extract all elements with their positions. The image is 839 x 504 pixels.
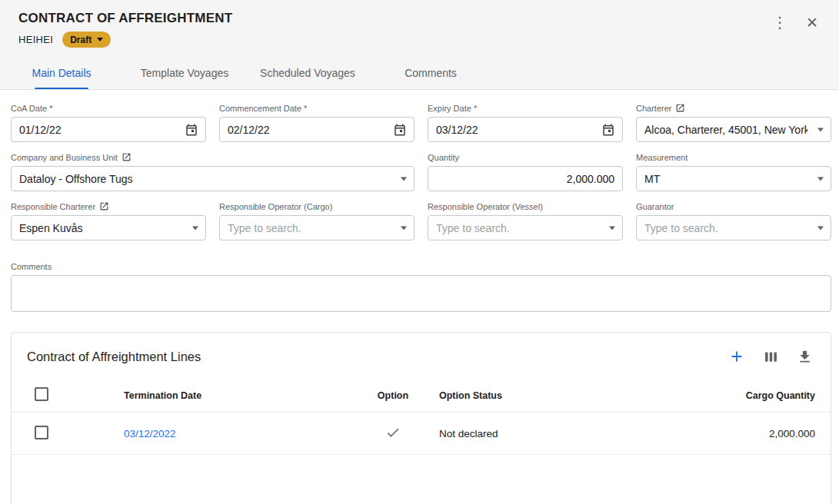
measurement-field-group: Measurement (636, 152, 831, 191)
plus-icon (728, 348, 745, 365)
coa-lines-title: Contract of Affreightment Lines (27, 350, 201, 364)
tab-comments[interactable]: Comments (369, 57, 492, 89)
responsible-operator-vessel-input[interactable] (428, 216, 622, 240)
responsible-charterer-field-group: Responsible Charterer (11, 201, 206, 240)
col-header-option-status: Option Status (439, 390, 670, 401)
guarantor-field-group: Guarantor (636, 201, 831, 240)
chevron-down-icon[interactable] (817, 226, 824, 230)
chevron-down-icon[interactable] (817, 128, 824, 131)
page-title: CONTRACT OF AFFREIGHTMENT (18, 11, 821, 26)
lines-table-header: Termination Date Option Option Status Ca… (12, 379, 831, 413)
close-button[interactable]: ✕ (802, 12, 822, 32)
status-badge[interactable]: Draft (62, 32, 111, 48)
download-icon (797, 349, 813, 365)
col-header-option: Option (347, 390, 439, 401)
add-line-button[interactable] (727, 347, 746, 366)
charterer-select[interactable] (637, 118, 831, 141)
cargo-quantity-cell: 2,000.000 (670, 428, 815, 439)
main-details-form: CoA Date * Commencement Date * (0, 90, 839, 312)
quantity-field-group: Quantity (428, 152, 623, 191)
quantity-label: Quantity (428, 152, 623, 162)
commencement-date-label: Commencement Date * (219, 103, 415, 113)
calendar-icon[interactable] (393, 123, 407, 137)
col-header-cargo-quantity: Cargo Quantity (670, 390, 815, 401)
comments-field-group: Comments (11, 261, 831, 312)
external-link-icon[interactable] (122, 152, 132, 162)
responsible-operator-cargo-label: Responsible Operator (Cargo) (219, 201, 415, 211)
responsible-operator-cargo-field-group: Responsible Operator (Cargo) (219, 201, 415, 240)
chevron-down-icon[interactable] (609, 226, 615, 230)
tab-label: Main Details (32, 67, 91, 79)
column-settings-button[interactable] (761, 347, 780, 366)
check-icon (385, 425, 401, 440)
guarantor-input[interactable] (637, 216, 831, 240)
responsible-operator-cargo-input[interactable] (220, 216, 414, 240)
kebab-menu-icon: ⋮ (772, 15, 787, 30)
status-badge-label: Draft (70, 35, 92, 45)
company-business-unit-select[interactable] (12, 167, 414, 191)
coa-date-label: CoA Date * (11, 103, 206, 113)
expiry-date-label: Expiry Date * (428, 103, 623, 113)
external-link-icon[interactable] (99, 201, 109, 211)
col-header-termination-date: Termination Date (124, 390, 347, 401)
guarantor-label: Guarantor (636, 201, 831, 211)
chevron-down-icon[interactable] (192, 226, 198, 230)
coa-date-input[interactable] (12, 118, 205, 141)
chevron-down-icon[interactable] (401, 177, 407, 181)
tab-bar: Main Details Template Voyages Scheduled … (0, 57, 839, 89)
contract-name: HEIHEI (18, 34, 53, 45)
more-options-button[interactable]: ⋮ (770, 12, 790, 32)
chevron-down-icon[interactable] (401, 226, 407, 230)
tab-label: Template Voyages (141, 67, 228, 79)
row-checkbox[interactable] (35, 426, 48, 439)
company-business-unit-label: Company and Business Unit (11, 152, 415, 162)
tab-label: Comments (405, 67, 457, 79)
responsible-charterer-select[interactable] (12, 216, 205, 240)
columns-icon (763, 349, 779, 365)
responsible-operator-vessel-label: Responsible Operator (Vessel) (428, 201, 623, 211)
calendar-icon[interactable] (601, 123, 615, 137)
calendar-icon[interactable] (185, 123, 198, 137)
commencement-date-input[interactable] (220, 118, 414, 141)
coa-date-field-group: CoA Date * (11, 103, 206, 142)
contract-of-affreightment-window: CONTRACT OF AFFREIGHTMENT HEIHEI Draft ⋮… (0, 0, 839, 504)
tab-scheduled-voyages[interactable]: Scheduled Voyages (246, 57, 369, 89)
charterer-label: Charterer (636, 103, 831, 113)
option-status-cell: Not declared (439, 428, 670, 439)
commencement-date-field-group: Commencement Date * (219, 103, 415, 142)
select-all-checkbox[interactable] (35, 387, 48, 401)
comments-textarea[interactable] (11, 275, 831, 312)
coa-lines-card: Contract of Affreightment Lines (11, 332, 831, 504)
chevron-down-icon[interactable] (817, 177, 824, 181)
measurement-select[interactable] (637, 167, 831, 191)
table-row: 03/12/2022 Not declared 2,000.000 (12, 413, 831, 455)
termination-date-link[interactable]: 03/12/2022 (124, 428, 176, 439)
tab-main-details[interactable]: Main Details (0, 57, 123, 89)
external-link-icon[interactable] (675, 103, 685, 113)
charterer-field-group: Charterer (636, 103, 831, 142)
measurement-label: Measurement (636, 152, 831, 162)
company-business-unit-field-group: Company and Business Unit (11, 152, 415, 191)
responsible-charterer-label: Responsible Charterer (11, 201, 206, 211)
chevron-down-icon (97, 38, 103, 41)
expiry-date-field-group: Expiry Date * (428, 103, 623, 142)
header: CONTRACT OF AFFREIGHTMENT HEIHEI Draft ⋮… (0, 0, 839, 90)
tab-template-voyages[interactable]: Template Voyages (123, 57, 246, 89)
comments-label: Comments (11, 261, 831, 271)
tab-label: Scheduled Voyages (260, 67, 355, 79)
responsible-operator-vessel-field-group: Responsible Operator (Vessel) (428, 201, 623, 240)
expiry-date-input[interactable] (428, 118, 622, 141)
download-button[interactable] (795, 347, 814, 366)
close-icon: ✕ (806, 15, 818, 30)
quantity-input[interactable] (428, 167, 622, 191)
